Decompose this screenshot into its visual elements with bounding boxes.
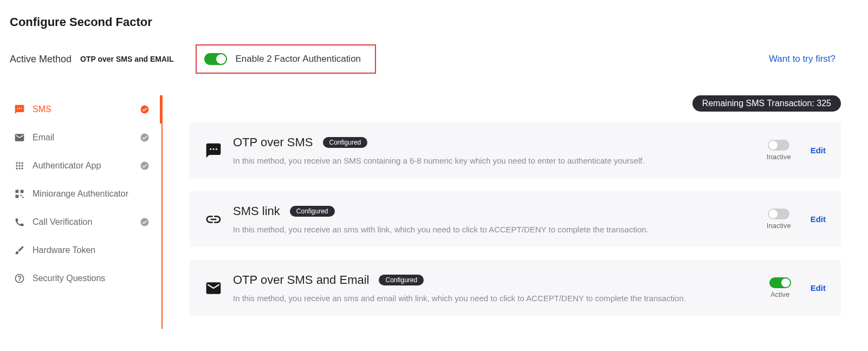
svg-point-8 — [16, 167, 17, 169]
sidebar-item-call[interactable]: Call Verification — [0, 208, 156, 236]
check-icon — [140, 161, 150, 171]
email-icon — [14, 132, 25, 143]
enable-2fa-box: Enable 2 Factor Authentication — [196, 44, 377, 74]
svg-point-5 — [16, 165, 17, 166]
hardware-icon — [14, 245, 25, 256]
method-card-otp-sms-email: OTP over SMS and Email Configured In thi… — [190, 260, 841, 316]
sidebar-item-label: Hardware Token — [33, 245, 95, 255]
sidebar-item-miniorange[interactable]: Miniorange Authenticator — [0, 180, 156, 208]
sidebar-item-label: Security Questions — [33, 274, 105, 283]
qr-icon — [14, 188, 25, 199]
sidebar-item-label: Authenticator App — [33, 161, 101, 171]
svg-point-1 — [141, 134, 149, 142]
configured-badge: Configured — [290, 206, 335, 217]
remaining-sms-badge: Remaining SMS Transaction: 325 — [692, 95, 841, 112]
toggle-status: Inactive — [767, 222, 791, 230]
sidebar-item-hardware[interactable]: Hardware Token — [0, 236, 156, 264]
svg-point-7 — [21, 165, 23, 166]
svg-point-10 — [21, 167, 23, 169]
card-title: OTP over SMS — [233, 135, 313, 150]
call-icon — [14, 217, 25, 227]
sidebar: SMS Email Authenticator App — [0, 95, 163, 329]
svg-point-17 — [141, 218, 149, 226]
question-icon — [14, 273, 25, 284]
method-card-otp-sms: OTP over SMS Configured In this method, … — [190, 122, 841, 178]
svg-rect-16 — [22, 197, 24, 198]
enable-2fa-label: Enable 2 Factor Authentication — [236, 54, 361, 64]
main-content: Remaining SMS Transaction: 325 OTP over … — [163, 95, 868, 329]
sms-icon — [205, 142, 222, 159]
apps-icon — [14, 160, 25, 171]
top-row: Active Method OTP over SMS and EMAIL Ena… — [0, 29, 868, 74]
toggle-status: Active — [770, 290, 789, 298]
toggle-status: Inactive — [767, 153, 791, 161]
active-method-value: OTP over SMS and EMAIL — [80, 55, 173, 63]
svg-point-9 — [18, 167, 20, 169]
edit-link[interactable]: Edit — [811, 214, 826, 224]
check-icon — [140, 217, 150, 227]
configured-badge: Configured — [323, 137, 368, 148]
link-icon — [205, 211, 222, 228]
method-toggle[interactable] — [768, 209, 789, 219]
sidebar-item-sms[interactable]: SMS — [0, 95, 156, 123]
method-card-sms-link: SMS link Configured In this method, you … — [190, 191, 841, 247]
svg-point-11 — [141, 162, 149, 170]
check-icon — [140, 133, 150, 142]
configured-badge: Configured — [379, 275, 424, 285]
card-title: OTP over SMS and Email — [233, 273, 369, 287]
sidebar-item-label: Email — [33, 133, 54, 142]
sidebar-item-security-questions[interactable]: Security Questions — [0, 264, 156, 292]
active-method-label: Active Method — [10, 54, 72, 65]
sidebar-item-authenticator-app[interactable]: Authenticator App — [0, 152, 156, 180]
want-to-try-link[interactable]: Want to try first? — [769, 54, 835, 64]
svg-rect-13 — [21, 190, 24, 193]
sidebar-item-label: SMS — [33, 105, 51, 114]
method-toggle[interactable] — [769, 277, 791, 288]
card-title: SMS link — [233, 204, 280, 218]
svg-point-3 — [18, 162, 20, 164]
svg-rect-14 — [16, 195, 19, 198]
sidebar-item-email[interactable]: Email — [0, 123, 156, 152]
email-icon — [205, 280, 222, 297]
sidebar-item-label: Miniorange Authenticator — [33, 189, 128, 199]
svg-rect-12 — [16, 190, 19, 193]
edit-link[interactable]: Edit — [811, 283, 826, 292]
svg-point-2 — [16, 162, 17, 164]
sms-icon — [14, 104, 25, 115]
svg-point-0 — [141, 106, 149, 114]
card-description: In this method, you receive an sms with … — [233, 225, 752, 234]
svg-point-6 — [18, 165, 20, 166]
page-title: Configure Second Factor — [0, 0, 868, 29]
check-icon — [140, 105, 150, 114]
svg-point-4 — [21, 162, 23, 164]
edit-link[interactable]: Edit — [811, 146, 826, 155]
sidebar-item-label: Call Verification — [33, 217, 92, 227]
svg-rect-15 — [21, 195, 22, 197]
method-toggle[interactable] — [768, 140, 789, 151]
enable-2fa-toggle[interactable] — [204, 53, 227, 65]
card-description: In this method, you receive an sms and e… — [233, 294, 754, 303]
card-description: In this method, you receive an SMS conta… — [233, 156, 752, 165]
